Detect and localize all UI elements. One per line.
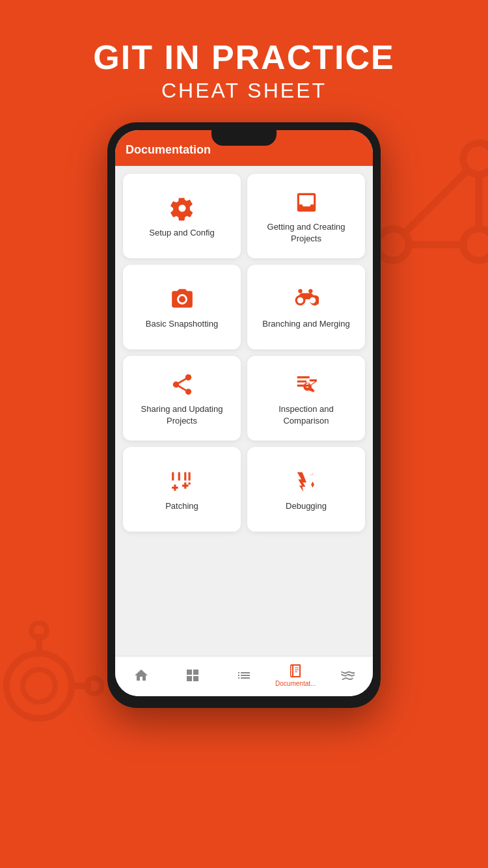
content-area: Setup and Config Getting and Creating Pr… (115, 166, 373, 656)
nav-item-waves[interactable] (321, 668, 373, 683)
page-header: GIT IN PRACTICE CHEAT SHEET (0, 0, 488, 122)
grid-icon (185, 668, 200, 683)
waves-icon (339, 668, 355, 683)
phone-device: Documentation Setup and Config (107, 122, 381, 708)
card-patching-label: Patching (165, 500, 198, 512)
header-title: GIT IN PRACTICE (0, 39, 488, 76)
inbox-icon (294, 190, 319, 215)
list-icon (236, 668, 252, 683)
nav-item-list[interactable] (218, 668, 269, 683)
cards-grid: Setup and Config Getting and Creating Pr… (123, 174, 365, 532)
nav-item-grid[interactable] (167, 668, 218, 683)
nav-docs-label: Documentat... (275, 680, 316, 687)
card-debugging[interactable]: Debugging (247, 447, 365, 532)
card-setup-config[interactable]: Setup and Config (123, 174, 241, 258)
header-subtitle: CHEAT SHEET (0, 79, 488, 103)
app-bar-title: Documentation (126, 143, 211, 156)
book-icon (288, 663, 303, 679)
gear-icon (170, 196, 195, 221)
phone-screen: Documentation Setup and Config (115, 130, 373, 696)
card-inspection-comparison-label: Inspection and Comparison (255, 403, 357, 427)
bottom-nav: Documentat... (115, 656, 373, 696)
branch-icon (294, 287, 319, 312)
camera-icon (170, 287, 195, 312)
card-debugging-label: Debugging (286, 500, 327, 512)
card-basic-snapshotting-label: Basic Snapshotting (146, 318, 218, 330)
home-icon (133, 668, 149, 683)
nav-item-docs[interactable]: Documentat... (270, 663, 321, 687)
card-branching-merging-label: Branching and Merging (262, 318, 349, 330)
search-list-icon (294, 372, 319, 397)
card-inspection-comparison[interactable]: Inspection and Comparison (247, 356, 365, 441)
card-getting-creating-label: Getting and Creating Projects (255, 221, 357, 245)
card-getting-creating[interactable]: Getting and Creating Projects (247, 174, 365, 258)
card-branching-merging[interactable]: Branching and Merging (247, 265, 365, 349)
card-sharing-updating-label: Sharing and Updating Projects (131, 403, 233, 427)
sliders-icon (170, 469, 195, 494)
phone-wrapper: Documentation Setup and Config (0, 122, 488, 708)
sharing-icon (170, 372, 195, 397)
nav-item-home[interactable] (115, 668, 167, 683)
card-patching[interactable]: Patching (123, 447, 241, 532)
card-sharing-updating[interactable]: Sharing and Updating Projects (123, 356, 241, 441)
card-basic-snapshotting[interactable]: Basic Snapshotting (123, 265, 241, 349)
card-setup-config-label: Setup and Config (149, 227, 214, 239)
phone-notch (211, 130, 277, 146)
sparkle-graph-icon (294, 469, 319, 494)
